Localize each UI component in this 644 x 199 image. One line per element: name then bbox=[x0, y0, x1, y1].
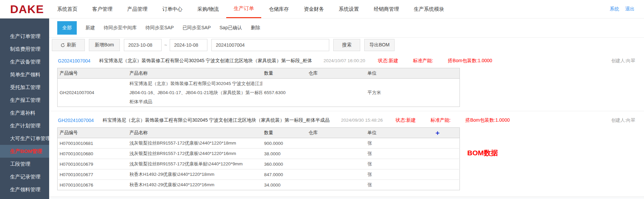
top-nav: DAKE 系统首页 客户管理 产品管理 订单中心 采购/物流 生产订单 仓储库存… bbox=[0, 0, 644, 18]
order-search-input[interactable] bbox=[211, 39, 329, 51]
product-name-line: 科宝博洛尼（北京）装饰装修工程有限公司302045 宁波文创港江北区 bbox=[130, 79, 262, 88]
order-capacity: 标准产能: bbox=[431, 117, 451, 123]
sidebar-item-material-return[interactable]: 生产退补料 bbox=[0, 107, 49, 119]
status-tabbar: 全部 新建 待同步至中间库 待同步至SAP 已同步至SAP Sap已确认 删除 bbox=[49, 18, 644, 38]
nav-item-procurement-logistics[interactable]: 采购/物流 bbox=[190, 0, 226, 18]
tab-synced-sap[interactable]: 已同步至SAP bbox=[182, 25, 211, 31]
cell-product-name: 浅灰银梨拉丝BR91557-172优康板\2440*1220*18mm bbox=[128, 138, 262, 149]
refresh-button[interactable]: 刷新 bbox=[52, 39, 85, 51]
system-link[interactable]: 系统 bbox=[610, 6, 619, 12]
nav-item-home[interactable]: 系统首页 bbox=[50, 0, 85, 18]
cell-product-name: 科宝博洛尼（北京）装饰装修工程有限公司302045 宁波文创港江北区 JB04-… bbox=[128, 79, 262, 107]
cell-warehouse bbox=[307, 149, 366, 159]
product-name-line: JB04-01-16、JB04-01-17、JB04-01-21地块（家具统装）… bbox=[130, 88, 262, 97]
nav-item-production-module[interactable]: 生产系统模块 bbox=[406, 0, 451, 18]
order-header-row: G20241007004 科宝博洛尼（北京）装饰装修工程有限公司302045 宁… bbox=[49, 53, 644, 68]
cell-unit: 张 bbox=[366, 180, 434, 190]
sidebar-item-simple-material[interactable]: 简单生产领料 bbox=[0, 68, 49, 81]
nav-item-warehouse[interactable]: 仓储库存 bbox=[261, 0, 296, 18]
sidebar-item-dake-production-order[interactable]: 大可生产订单管理 bbox=[0, 132, 49, 145]
refresh-button-label: 刷新 bbox=[67, 42, 76, 48]
order-capacity: 标准产能: bbox=[413, 58, 433, 64]
product-name-line: 柜体半成品 bbox=[130, 97, 262, 106]
cell-product-name: 秋香木H1492-29优康板\2440*1220*18mm bbox=[128, 169, 262, 180]
order-bom-pack: 搭Bom包装数:1.0000 bbox=[448, 58, 493, 64]
sidebar-item-production-plan[interactable]: 生产计划管理 bbox=[0, 119, 49, 132]
nav-item-product[interactable]: 产品管理 bbox=[120, 0, 155, 18]
order-section-2: GH20241007004 科宝博洛尼（北京）装饰装修工程有限公司302045 … bbox=[49, 111, 644, 190]
cell-warehouse bbox=[307, 79, 366, 107]
sidebar-item-production-material[interactable]: 生产领料管理 bbox=[0, 183, 49, 196]
col-header-actions bbox=[434, 68, 460, 79]
cell-unit: 张 bbox=[366, 159, 434, 169]
cell-warehouse bbox=[307, 159, 366, 169]
sidebar-item-production-record[interactable]: 生产记录管理 bbox=[0, 170, 49, 183]
cell-actions bbox=[434, 169, 460, 180]
add-row-icon[interactable]: + bbox=[436, 129, 440, 136]
table-row: GH20241007004 科宝博洛尼（北京）装饰装修工程有限公司302045 … bbox=[58, 79, 460, 107]
cell-quantity: 6557.6300 bbox=[262, 79, 307, 107]
export-bom-button[interactable]: 导出BOM bbox=[364, 39, 395, 51]
sidebar-item-work-section[interactable]: 工段管理 bbox=[0, 158, 49, 170]
brand-logo[interactable]: DAKE bbox=[0, 3, 50, 16]
col-header-quantity: 数量 bbox=[262, 68, 307, 79]
order-title: 科宝博洛尼（北京）装饰装修工程有限公司302045 宁波文创港江北区地块（家具统… bbox=[99, 58, 312, 64]
search-button[interactable]: 搜索 bbox=[333, 39, 360, 51]
sidebar-item-production-bom[interactable]: 生产BOM管理 bbox=[0, 145, 49, 158]
sidebar-item-work-report[interactable]: 生产报工管理 bbox=[0, 94, 49, 107]
cell-warehouse bbox=[307, 138, 366, 149]
logout-link[interactable]: 退出 bbox=[625, 6, 635, 12]
tab-deleted[interactable]: 删除 bbox=[251, 25, 260, 31]
col-header-quantity: 数量 bbox=[262, 128, 307, 138]
nav-item-dealer-mgmt[interactable]: 经销商管理 bbox=[366, 0, 406, 18]
col-header-unit: 单位 bbox=[366, 68, 434, 79]
main-content: 全部 新建 待同步至中间库 待同步至SAP 已同步至SAP Sap已确认 删除 … bbox=[49, 18, 644, 190]
order-header-row: GH20241007004 科宝博洛尼（北京）装饰装修工程有限公司302045 … bbox=[49, 113, 644, 127]
cell-product-name: 浅灰银梨拉丝BR91557-172优康板单贴\2440*1220*9mm bbox=[128, 159, 262, 169]
table-header-row: 产品编号 产品名称 数量 仓库 单位 bbox=[58, 68, 460, 79]
col-header-warehouse: 仓库 bbox=[307, 68, 366, 79]
date-to-input[interactable] bbox=[170, 39, 207, 51]
cell-product-name: 浅灰银梨拉丝BR91557-172优康板\2440*1220*16mm bbox=[128, 149, 262, 159]
col-header-warehouse: 仓库 bbox=[307, 128, 366, 138]
nav-item-customer[interactable]: 客户管理 bbox=[85, 0, 120, 18]
order-code-link[interactable]: GH20241007004 bbox=[58, 118, 94, 123]
refresh-icon bbox=[61, 43, 65, 47]
cell-product-code: H070010010680 bbox=[58, 149, 128, 159]
bom-table-1: 产品编号 产品名称 数量 仓库 单位 GH20241007004 科宝博洛尼（北… bbox=[57, 68, 460, 107]
sidebar-item-production-order-mgmt[interactable]: 生产订单管理 bbox=[0, 30, 49, 43]
date-range: ~ bbox=[124, 39, 207, 51]
table-row: H070010010681 浅灰银梨拉丝BR91557-172优康板\2440*… bbox=[58, 138, 460, 149]
cell-product-code: GH20241007004 bbox=[58, 79, 128, 107]
nav-item-finance[interactable]: 资金财务 bbox=[296, 0, 331, 18]
sidebar-item-manufacturing-cost[interactable]: 制造费用管理 bbox=[0, 43, 49, 55]
tab-sap-confirmed[interactable]: Sap已确认 bbox=[219, 25, 242, 31]
nav-item-order-center[interactable]: 订单中心 bbox=[155, 0, 190, 18]
cell-unit: 张 bbox=[366, 149, 434, 159]
tab-pending-sap[interactable]: 待同步至SAP bbox=[145, 25, 174, 31]
order-section-1: G20241007004 科宝博洛尼（北京）装饰装修工程有限公司302045 宁… bbox=[49, 53, 644, 111]
nav-item-system-settings[interactable]: 系统设置 bbox=[331, 0, 366, 18]
sidebar-item-production-equipment[interactable]: 生产设备管理 bbox=[0, 55, 49, 68]
tab-pending-middleware[interactable]: 待同步至中间库 bbox=[104, 25, 137, 31]
sidebar-item-consigned-processing[interactable]: 受托加工管理 bbox=[0, 81, 49, 94]
tab-new[interactable]: 新建 bbox=[86, 25, 95, 31]
order-status: 状态:新建 bbox=[378, 58, 398, 64]
cell-actions bbox=[434, 180, 460, 190]
order-creator: 创建人:向翠 bbox=[611, 58, 635, 64]
cell-product-code: H070010010679 bbox=[58, 159, 128, 169]
cell-warehouse bbox=[307, 169, 366, 180]
order-creator: 创建人:向翠 bbox=[611, 117, 635, 123]
cell-quantity: 847.0000 bbox=[262, 169, 307, 180]
date-from-input[interactable] bbox=[124, 39, 162, 51]
cell-product-code: H070010010681 bbox=[58, 138, 128, 149]
table-header-row: 产品编号 产品名称 数量 仓库 单位 + bbox=[58, 128, 460, 138]
nav-item-production-order[interactable]: 生产订单 bbox=[226, 0, 261, 18]
col-header-product-code: 产品编号 bbox=[58, 68, 128, 79]
order-code-link[interactable]: G20241007004 bbox=[58, 58, 91, 64]
add-bom-button[interactable]: 新增Bom bbox=[89, 39, 120, 51]
bottom-strip bbox=[49, 197, 644, 199]
cell-unit: 张 bbox=[366, 169, 434, 180]
cell-actions bbox=[434, 159, 460, 169]
tab-all[interactable]: 全部 bbox=[57, 21, 77, 35]
